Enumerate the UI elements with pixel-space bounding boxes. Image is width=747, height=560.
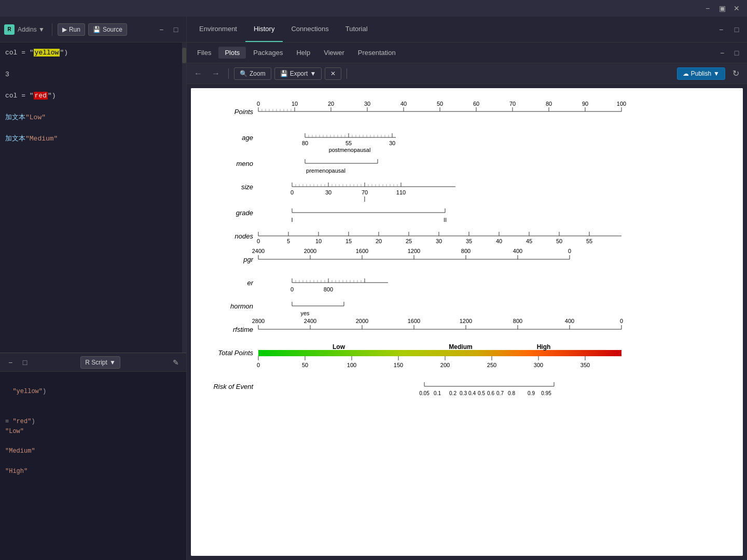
svg-text:50: 50 [437,101,443,107]
tab-presentation[interactable]: Presentation [352,47,402,59]
svg-text:60: 60 [473,101,479,107]
size-ticks [292,183,401,187]
tab-history[interactable]: History [245,17,283,42]
console-line-4 [5,407,181,417]
tab-plots[interactable]: Plots [218,47,246,59]
pgr-label: pgr [243,256,253,263]
svg-text:0.2: 0.2 [449,390,457,396]
svg-text:10: 10 [292,101,298,107]
svg-text:10: 10 [315,238,322,244]
tab-packages[interactable]: Packages [247,47,289,59]
age-tick-30: 30 [389,140,395,146]
tab-viewer[interactable]: Viewer [317,47,351,59]
totalpoints-ticks: 0 50 100 150 200 250 300 350 [257,356,590,368]
publish-label: Publish [691,70,711,77]
er-label: er [247,279,253,287]
code-line-2 [5,59,181,69]
actions-sep-2 [347,68,347,79]
svg-text:0: 0 [257,238,260,244]
right-panel: Environment History Connections Tutorial… [187,17,747,560]
svg-text:55: 55 [586,238,592,244]
tab-tutorial[interactable]: Tutorial [337,17,376,42]
code-editor[interactable]: col = "yellow") 3 col = "red") 加文本"Low" … [0,43,186,353]
left-panel-minimize[interactable]: − [155,23,168,36]
source-button[interactable]: 💾 Source [88,23,127,36]
console-minimize[interactable]: − [4,356,17,369]
plots-actions: ← → 🔍 Zoom 💾 Export ▼ ✕ ☁ Publish ▼ ↻ [187,63,747,84]
svg-text:30: 30 [364,101,370,107]
er-ticks [292,278,365,283]
code-line-3: 3 [5,69,181,80]
code-line-4 [5,80,181,91]
panel-minimize-btn[interactable]: − [715,23,727,36]
delete-plot-button[interactable]: ✕ [325,67,341,80]
maximize-button[interactable]: ▣ [717,3,727,13]
export-icon: 💾 [280,70,288,77]
svg-text:350: 350 [580,362,590,368]
code-line-8 [5,123,181,134]
left-panel-maximize[interactable]: □ [170,23,182,36]
publish-button[interactable]: ☁ Publish ▼ [677,67,725,80]
svg-text:2000: 2000 [356,318,368,324]
code-line-7: 加文本"Low" [5,113,181,123]
refresh-button[interactable]: ↻ [728,66,743,81]
source-icon: 💾 [93,26,101,33]
svg-text:0: 0 [620,318,623,324]
publish-icon: ☁ [683,70,689,77]
zoom-icon: 🔍 [240,70,247,77]
plots-panel-minimize[interactable]: − [716,47,728,59]
code-line-5: col = "red") [5,91,181,102]
gradient-bar [258,350,621,356]
meno-label: meno [236,160,253,167]
svg-text:400: 400 [513,248,522,254]
back-arrow[interactable]: ← [191,66,205,81]
console-area[interactable]: "yellow") = "red") "Low" "Medium" "High" [0,372,186,560]
svg-text:0: 0 [568,248,571,254]
riskofevent-label: Risk of Event [213,383,254,390]
svg-text:50: 50 [302,362,308,368]
code-line-9: 加文本"Medium" [5,134,181,145]
svg-text:0.05: 0.05 [419,390,430,396]
age-tick-55: 55 [345,140,352,146]
tab-environment[interactable]: Environment [191,17,245,42]
svg-text:90: 90 [582,101,588,107]
close-button[interactable]: ✕ [731,3,742,13]
files-toolbar: Files Plots Packages Help Viewer Present… [187,43,747,63]
toolbar-separator [52,23,52,36]
svg-text:20: 20 [328,101,334,107]
tab-help[interactable]: Help [290,47,316,59]
console-line-5: = "red") [5,417,181,427]
addins-dropdown[interactable]: Addins ▼ [18,26,45,33]
svg-text:1600: 1600 [356,248,368,254]
meno-premeno: premenopausal [306,167,345,174]
export-button[interactable]: 💾 Export ▼ [274,67,322,80]
nomogram-container: Points 0 10 20 30 40 50 60 70 80 90 [191,88,743,556]
rfstime-ticks: 2800 2400 2000 1600 1200 800 400 0 [252,318,623,329]
panel-maximize-btn[interactable]: □ [730,23,743,36]
pgr-ticks: 2400 2000 1600 1200 800 400 0 [252,248,571,259]
tab-files[interactable]: Files [191,47,217,59]
minimize-button[interactable]: − [702,3,713,13]
svg-text:0: 0 [257,362,260,368]
left-bottom-toolbar: − □ R Script ▼ ✎ [0,353,186,372]
svg-text:80: 80 [546,101,552,107]
code-line-1: col = "yellow") [5,48,181,59]
pen-icon[interactable]: ✎ [170,356,182,369]
size-tick-0: 0 [290,189,294,195]
console-line-1 [5,377,181,387]
points-subticks [262,109,291,111]
age-postmeno: postmenopausal [329,147,371,153]
svg-text:0: 0 [257,101,260,107]
r-script-label: R Script ▼ [80,356,120,369]
window-controls[interactable]: − ▣ ✕ [702,3,742,13]
zoom-button[interactable]: 🔍 Zoom [234,67,271,80]
hormon-label: hormon [230,302,253,310]
console-maximize[interactable]: □ [19,356,31,369]
plots-panel-maximize[interactable]: □ [730,47,743,59]
grade-label: grade [236,209,253,217]
tab-connections[interactable]: Connections [283,17,337,42]
run-button[interactable]: ▶ Run [58,23,85,36]
svg-text:0.9: 0.9 [528,390,535,396]
forward-arrow[interactable]: → [209,66,223,81]
svg-text:0.5: 0.5 [478,390,485,396]
